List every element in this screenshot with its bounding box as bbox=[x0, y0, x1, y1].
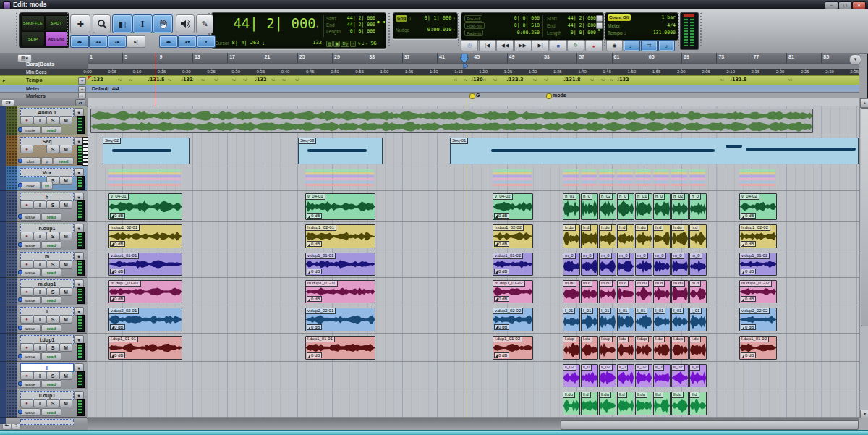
audio-clip[interactable]: v_04-010 dB bbox=[305, 193, 375, 220]
audio-clip[interactable]: m_0 bbox=[671, 253, 689, 276]
playback-cursor-icon[interactable] bbox=[463, 63, 469, 69]
audio-clip[interactable]: v_04-020 dB bbox=[739, 193, 777, 220]
solo-button[interactable]: S bbox=[46, 145, 59, 153]
audio-clip[interactable]: v_04-010 dB bbox=[109, 193, 182, 220]
nudge-value[interactable]: 0:00.010 bbox=[427, 27, 452, 33]
input-button[interactable]: I bbox=[33, 116, 46, 124]
audio-clip[interactable]: ll.du bbox=[599, 392, 616, 415]
audio-clip[interactable]: m_0 bbox=[635, 253, 652, 276]
audio-clip[interactable]: l_01 bbox=[563, 308, 580, 331]
mute-button[interactable]: M bbox=[59, 287, 72, 296]
audio-clip[interactable]: h.d bbox=[581, 224, 598, 248]
solo-button[interactable]: S bbox=[46, 260, 59, 269]
folder-preview-block[interactable] bbox=[305, 169, 374, 187]
track-color-strip[interactable] bbox=[6, 389, 17, 418]
loop-play-button[interactable]: ↻ bbox=[567, 40, 584, 51]
audio-clip[interactable]: h.dup1_02-010 dB bbox=[305, 224, 375, 248]
rec-button[interactable]: ● bbox=[20, 116, 33, 124]
track-view-chip[interactable]: read bbox=[41, 408, 61, 416]
audio-clip[interactable]: l_01 bbox=[635, 308, 652, 331]
rewind-button[interactable]: ◀◀ bbox=[496, 40, 514, 51]
audio-clip[interactable] bbox=[90, 109, 813, 133]
track-view-chip[interactable]: over bbox=[20, 182, 41, 190]
solo-button[interactable]: S bbox=[46, 315, 59, 324]
audio-clip[interactable]: m_0 bbox=[599, 253, 616, 276]
track-view-chip[interactable]: read bbox=[41, 269, 61, 276]
track-color-strip[interactable] bbox=[6, 135, 17, 166]
record-button[interactable]: ● bbox=[585, 40, 603, 51]
audio-clip[interactable]: ll_02 bbox=[599, 364, 616, 387]
rec-button[interactable]: ● bbox=[20, 260, 33, 269]
track-view-chip[interactable]: read bbox=[41, 241, 61, 249]
grabber-tool-hand-icon[interactable] bbox=[153, 14, 173, 33]
return-to-zero-button[interactable]: |◀ bbox=[479, 40, 496, 51]
solo-button[interactable]: S bbox=[46, 287, 59, 296]
solo-button[interactable]: S bbox=[46, 232, 59, 240]
audio-clip[interactable]: ll.d bbox=[581, 392, 598, 415]
tempo-event[interactable]: ♩132 bbox=[255, 77, 267, 83]
input-button[interactable]: I bbox=[33, 343, 46, 352]
horizontal-scroll-thumb[interactable] bbox=[561, 420, 859, 430]
solo-button[interactable]: S bbox=[46, 399, 59, 407]
solo-button[interactable]: S bbox=[46, 200, 59, 209]
audio-clip[interactable]: m.d bbox=[653, 280, 671, 303]
track-color-strip[interactable] bbox=[6, 106, 17, 135]
track-view-chip[interactable]: read bbox=[54, 157, 74, 165]
minsecs-ruler[interactable] bbox=[88, 69, 859, 75]
tempo-conductor-button[interactable]: ♪ bbox=[658, 40, 675, 51]
track-color-strip[interactable] bbox=[6, 191, 17, 222]
audio-clip[interactable]: m_0 bbox=[689, 253, 707, 276]
track-view-chip[interactable]: wave bbox=[20, 380, 41, 388]
audio-clip[interactable]: h.d bbox=[689, 224, 707, 248]
midi-merge-button[interactable]: ⇉ bbox=[641, 40, 658, 51]
selector-tool[interactable]: I bbox=[132, 14, 153, 33]
audio-clip[interactable]: h_0 bbox=[653, 193, 671, 220]
track-list-menu-icon[interactable]: ≡▾ bbox=[1, 99, 14, 106]
minimize-button[interactable]: – bbox=[825, 1, 838, 9]
rec-button[interactable]: ● bbox=[20, 232, 33, 240]
audio-clip[interactable]: l.dup1_01-010 dB bbox=[305, 336, 375, 360]
audio-clip[interactable]: m.dup1_01-020 dB bbox=[493, 280, 533, 303]
mute-button[interactable]: M bbox=[59, 176, 72, 185]
audio-clip[interactable]: v.dup1_01-010 dB bbox=[109, 253, 182, 276]
track-view-chip[interactable]: wave bbox=[20, 352, 41, 360]
audio-clip[interactable]: ll.d bbox=[689, 392, 707, 415]
audio-clip[interactable]: h.dup1_02-020 dB bbox=[739, 224, 777, 248]
minsecs-ruler-label[interactable]: Min:Secs bbox=[26, 69, 47, 75]
t-end-value[interactable]: 44| 2| 000 bbox=[568, 22, 596, 29]
marker-icon[interactable] bbox=[469, 93, 475, 99]
tempo-row[interactable]: Tempo ♩ 131.0000 bbox=[608, 30, 676, 36]
audio-clip[interactable]: l.du bbox=[581, 336, 598, 360]
audio-clip[interactable]: v.dup1_01-020 dB bbox=[739, 253, 777, 276]
audio-clip[interactable]: m_0 bbox=[653, 253, 671, 276]
audio-clip[interactable]: ll.du bbox=[671, 392, 689, 415]
audio-clip[interactable]: m.dup1_01-020 dB bbox=[739, 280, 777, 303]
folder-preview-block[interactable] bbox=[563, 169, 579, 187]
audio-clip[interactable]: ll.d bbox=[653, 392, 671, 415]
input-button[interactable]: I bbox=[33, 371, 46, 380]
t-start-value[interactable]: 44| 2| 000 bbox=[568, 15, 596, 22]
fadein-field[interactable]: Fade-in 0:00.250 bbox=[464, 30, 540, 36]
midi-clip[interactable]: Seq-01 bbox=[450, 138, 859, 164]
metronome-button[interactable]: ♩ bbox=[624, 40, 640, 51]
markers-ruler-label[interactable]: Markers bbox=[26, 93, 46, 98]
track-view-chip[interactable]: wave bbox=[20, 324, 41, 332]
audio-clip[interactable]: m.du bbox=[671, 280, 689, 303]
audio-clip[interactable]: l_01 bbox=[689, 308, 707, 331]
audio-clip[interactable]: m.du bbox=[599, 280, 616, 303]
audio-clip[interactable]: h_0 bbox=[617, 193, 634, 220]
mute-button[interactable]: M bbox=[59, 343, 72, 352]
start-value[interactable]: 44| 2| 000 bbox=[347, 15, 375, 22]
pencil-mini-icon[interactable]: ✎ bbox=[358, 41, 361, 46]
audio-clip[interactable]: m.d bbox=[617, 280, 634, 303]
track-color-strip[interactable] bbox=[6, 250, 17, 278]
folder-preview-block[interactable] bbox=[599, 169, 615, 187]
tempo-event[interactable]: ♩132 bbox=[617, 77, 629, 83]
zoomer-tool-magnifier-icon[interactable] bbox=[93, 14, 111, 33]
zoom-horizontal-out[interactable]: ◂▸ bbox=[70, 35, 89, 48]
input-button[interactable]: I bbox=[33, 200, 46, 209]
rec-button[interactable]: ● bbox=[20, 287, 33, 296]
audio-clip[interactable]: v.dup1_01-020 dB bbox=[493, 253, 533, 276]
go-to-end-button[interactable]: ▶| bbox=[532, 40, 549, 51]
track-view-chip[interactable]: clps bbox=[20, 157, 41, 165]
